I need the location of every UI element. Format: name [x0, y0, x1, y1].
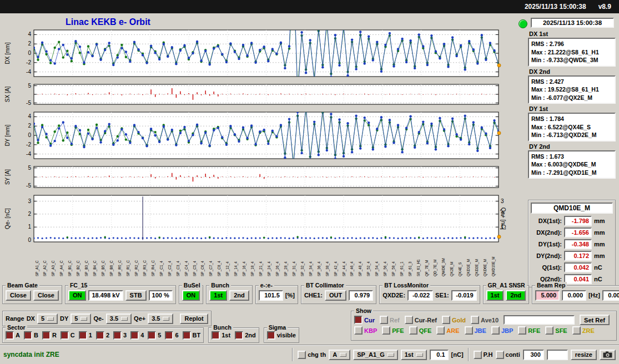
- range-qem-select[interactable]: 3.5: [106, 314, 132, 324]
- checkbox[interactable]: [96, 331, 104, 340]
- replot-button[interactable]: Replot: [180, 314, 208, 324]
- checkbox-label: 3: [123, 332, 127, 338]
- sector-toggle-4: 4: [130, 331, 144, 340]
- checkbox[interactable]: [471, 316, 479, 324]
- stat-min: Min : -6.077@QX2E_M: [531, 94, 612, 102]
- checkbox[interactable]: [6, 331, 14, 340]
- stat-block-dx2: DX 2nd RMS : 2.427 Max : 19.522@S8_61_H1…: [528, 68, 616, 104]
- svg-text:SP_R0_C: SP_R0_C: [118, 260, 122, 276]
- checkbox[interactable]: [183, 331, 191, 340]
- threshold-field[interactable]: 0.1: [430, 350, 449, 360]
- checkbox[interactable]: [380, 316, 388, 324]
- checkbox[interactable]: [405, 316, 413, 324]
- busel-on-button[interactable]: ON: [182, 290, 200, 301]
- checkbox[interactable]: [24, 331, 32, 340]
- show-toggle-ref: Ref: [380, 316, 400, 324]
- beam-gate-close-button-2[interactable]: Close: [33, 290, 59, 301]
- resize-button[interactable]: resize: [571, 350, 597, 360]
- checkbox[interactable]: [212, 331, 220, 340]
- screenshot-button[interactable]: [600, 350, 616, 360]
- stat-title: DY 2nd: [529, 143, 616, 150]
- dropdown-indicator-icon: [80, 317, 87, 321]
- group-title: e-:e-: [259, 282, 274, 289]
- sigma-group: Sigma visible: [264, 327, 299, 343]
- checkbox[interactable]: [409, 326, 417, 335]
- bt-collimator-group: BT Collimator CHE1: OUT 0.979: [301, 285, 376, 304]
- checkbox[interactable]: [491, 326, 500, 335]
- checkbox[interactable]: [165, 331, 173, 340]
- svg-text:SP_56_4: SP_56_4: [383, 261, 387, 276]
- monitor-label: DX(2nd):: [531, 229, 562, 236]
- bunch-1st-button[interactable]: 1st: [209, 290, 227, 301]
- checkbox[interactable]: [267, 331, 275, 340]
- sector-select[interactable]: A: [329, 350, 350, 360]
- checkbox[interactable]: [496, 351, 504, 359]
- checkbox[interactable]: [465, 326, 473, 335]
- checkbox[interactable]: [42, 331, 51, 340]
- dropdown-indicator-icon: [416, 353, 423, 357]
- qxd2e-value: -0.022: [407, 290, 433, 301]
- checkbox-label: KBP: [364, 327, 377, 334]
- svg-text:QF_7E_M: QF_7E_M: [425, 260, 429, 276]
- bunch-select[interactable]: 1st: [401, 350, 427, 360]
- blank-field[interactable]: [547, 350, 568, 360]
- checkbox[interactable]: [354, 326, 363, 335]
- checkbox-label: conti: [506, 351, 520, 358]
- che1-out-button[interactable]: OUT: [325, 290, 346, 301]
- checkbox[interactable]: [235, 331, 243, 340]
- checkbox-label: 6: [175, 332, 178, 338]
- checkbox[interactable]: [79, 331, 87, 340]
- interval-field[interactable]: 300: [523, 350, 544, 360]
- svg-text:SP_C1_4: SP_C1_4: [159, 261, 164, 276]
- checkbox[interactable]: [436, 326, 445, 335]
- checkbox[interactable]: [442, 316, 450, 324]
- set-ref-input[interactable]: [504, 315, 575, 325]
- stat-max: Max : 21.222@S8_61_H1: [531, 48, 612, 57]
- range-group: Range DX 5 DY 5 Qe- 3.5 Qe+ 3.5 Replot: [2, 311, 212, 326]
- checkbox[interactable]: [298, 351, 306, 359]
- svg-text:SP_52_4: SP_52_4: [366, 261, 371, 276]
- sector-toggle-c: C: [61, 331, 75, 340]
- group-title: BT LossMonitor: [383, 282, 430, 289]
- svg-text:SP_48_4: SP_48_4: [358, 261, 363, 276]
- svg-text:SP_12_4: SP_12_4: [225, 261, 230, 276]
- checkbox[interactable]: [474, 351, 482, 359]
- svg-text:0: 0: [28, 132, 31, 138]
- svg-text:5: 5: [28, 83, 31, 89]
- fc15-stb-button[interactable]: STB: [125, 290, 147, 301]
- checkbox[interactable]: [572, 326, 581, 335]
- checkbox[interactable]: [518, 326, 526, 335]
- camera-icon: [603, 351, 612, 358]
- checkbox[interactable]: [113, 331, 122, 340]
- checkbox[interactable]: [61, 331, 69, 340]
- checkbox[interactable]: [148, 331, 156, 340]
- checkbox-label: JBP: [501, 327, 513, 334]
- range-dy-select[interactable]: 5: [71, 314, 91, 324]
- set-ref-button[interactable]: Set Ref: [580, 315, 610, 325]
- checkbox[interactable]: [130, 331, 139, 340]
- svg-text:SP_28_4: SP_28_4: [284, 261, 288, 276]
- range-qep-select[interactable]: 3.5: [148, 314, 173, 324]
- checkbox[interactable]: [354, 316, 363, 324]
- svg-text:SP_61_3: SP_61_3: [408, 261, 412, 276]
- status-bar: syncdata init ZRE chg th A SP_A1_G 1st 0…: [0, 345, 619, 364]
- bunch-2nd-button[interactable]: 2nd: [229, 290, 249, 301]
- svg-text:-2: -2: [26, 59, 31, 65]
- checkbox[interactable]: [545, 326, 553, 335]
- fc15-on-button[interactable]: ON: [68, 290, 87, 301]
- stat-rms: RMS : 2.427: [531, 78, 612, 86]
- range-dx-select[interactable]: 5: [37, 314, 58, 324]
- svg-text:SP_B2_C: SP_B2_C: [76, 260, 80, 276]
- gr-a1-1st-button[interactable]: 1st: [486, 290, 504, 301]
- svg-text:-4: -4: [26, 151, 31, 157]
- bunch-toggle-group: Bunch 1st 2nd: [208, 327, 259, 343]
- window-titlebar: 2025/11/13 15:00:38 v8.9: [0, 0, 619, 13]
- monitor-row: DX(2nd): -1.656 mm: [531, 228, 613, 237]
- beam-gate-close-button-1[interactable]: Close: [6, 290, 31, 301]
- bpm-select[interactable]: SP_A1_G: [353, 350, 398, 360]
- checkbox-label: Gold: [452, 317, 466, 323]
- monitor-label: DY(2nd):: [531, 252, 562, 259]
- checkbox[interactable]: [382, 326, 390, 335]
- gr-a1-2nd-button[interactable]: 2nd: [506, 290, 526, 301]
- separator: [468, 348, 469, 361]
